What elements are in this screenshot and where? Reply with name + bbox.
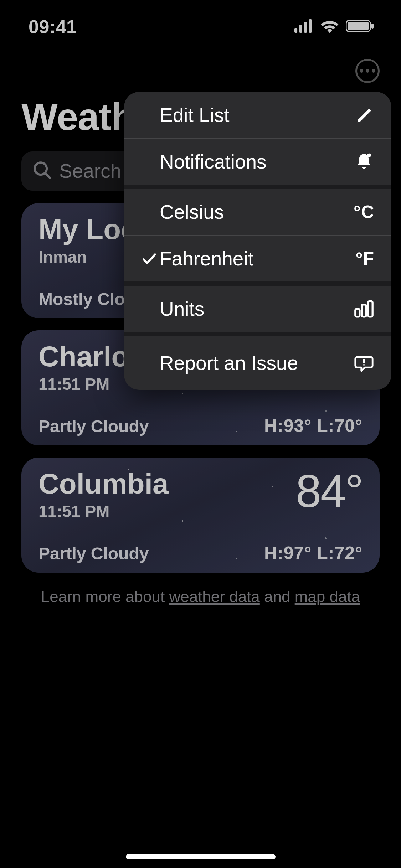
menu-label: Celsius: [160, 201, 346, 223]
menu-label: Edit List: [160, 104, 346, 126]
search-icon: [32, 160, 53, 182]
bell-icon: [346, 151, 374, 172]
cellular-signal-icon: [294, 16, 314, 37]
svg-point-14: [363, 364, 365, 366]
home-indicator[interactable]: [126, 854, 276, 859]
menu-label: Notifications: [160, 150, 346, 173]
weather-data-link[interactable]: weather data: [169, 588, 259, 605]
menu-label: Report an Issue: [160, 352, 346, 374]
svg-rect-3: [309, 19, 312, 33]
report-issue-icon: [346, 353, 374, 373]
units-icon: [346, 299, 374, 319]
unit-symbol: °C: [346, 202, 374, 222]
options-menu: Edit List Notifications: [124, 92, 391, 390]
card-title: Columbia: [38, 470, 168, 498]
menu-label: Units: [160, 298, 346, 320]
location-card-columbia[interactable]: Columbia 11:51 PM 84° Partly Cloudy H:97…: [21, 458, 380, 573]
checkmark-icon: [139, 250, 160, 267]
footer-mid: and: [260, 588, 295, 605]
menu-label: Fahrenheit: [160, 247, 346, 270]
battery-icon: [346, 19, 374, 34]
wifi-icon: [320, 16, 339, 37]
status-time: 09:41: [29, 16, 77, 37]
card-high-low: H:93° L:70°: [264, 415, 363, 436]
card-temperature: 84°: [295, 464, 363, 518]
svg-rect-0: [294, 28, 297, 33]
ellipsis-icon: [360, 69, 375, 73]
pencil-icon: [346, 105, 374, 125]
svg-rect-1: [299, 25, 302, 33]
svg-rect-2: [304, 22, 307, 33]
svg-rect-6: [371, 24, 374, 29]
footer-prefix: Learn more about: [41, 588, 169, 605]
svg-point-9: [367, 153, 371, 157]
card-condition: Partly Cloudy: [38, 544, 149, 563]
status-bar: 09:41: [0, 0, 401, 53]
svg-rect-11: [362, 305, 366, 317]
footer-note: Learn more about weather data and map da…: [0, 588, 401, 606]
card-high-low: H:97° L:72°: [264, 543, 363, 563]
menu-item-units[interactable]: Units: [124, 286, 391, 332]
menu-item-notifications[interactable]: Notifications: [124, 138, 391, 185]
menu-item-report-issue[interactable]: Report an Issue: [124, 336, 391, 390]
svg-rect-10: [355, 309, 360, 317]
card-subtitle: 11:51 PM: [38, 502, 168, 521]
menu-item-edit-list[interactable]: Edit List: [124, 92, 391, 138]
svg-rect-5: [348, 22, 369, 30]
menu-item-fahrenheit[interactable]: Fahrenheit °F: [124, 235, 391, 281]
status-right: [294, 16, 374, 37]
svg-line-8: [45, 173, 50, 178]
map-data-link[interactable]: map data: [295, 588, 360, 605]
card-condition: Partly Cloudy: [38, 417, 149, 436]
menu-item-celsius[interactable]: Celsius °C: [124, 189, 391, 235]
svg-rect-12: [368, 301, 372, 317]
more-options-button[interactable]: [355, 59, 380, 83]
unit-symbol: °F: [346, 248, 374, 269]
